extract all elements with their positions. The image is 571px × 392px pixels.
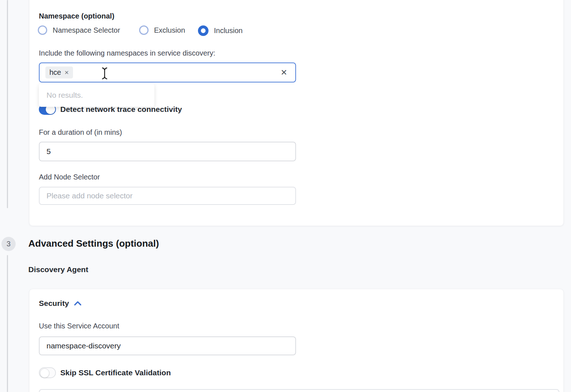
step-number: 3 <box>7 240 11 248</box>
partial-bottom-field[interactable] <box>39 389 559 392</box>
radio-label: Exclusion <box>154 26 185 35</box>
security-header-label: Security <box>39 299 69 308</box>
radio-label: Namespace Selector <box>53 26 120 35</box>
skip-ssl-label: Skip SSL Certificate Validation <box>60 368 171 377</box>
service-account-label: Use this Service Account <box>39 322 119 330</box>
include-namespaces-label: Include the following namespaces in serv… <box>39 49 215 57</box>
chevron-up-icon[interactable] <box>73 300 82 306</box>
radio-inclusion[interactable]: Inclusion <box>198 25 243 36</box>
chip-remove-icon[interactable]: ✕ <box>64 69 69 76</box>
duration-label: For a duration of (in mins) <box>39 128 122 137</box>
radio-circle-icon <box>139 25 149 35</box>
text-cursor-icon <box>101 67 108 80</box>
radio-label: Inclusion <box>214 27 243 35</box>
radio-circle-icon <box>38 25 47 35</box>
duration-input[interactable] <box>39 142 296 161</box>
radio-selected-icon <box>198 25 208 36</box>
radio-namespace-selector[interactable]: Namespace Selector <box>38 25 120 35</box>
stepper-connector-line <box>7 255 8 392</box>
toggle-knob <box>40 368 49 378</box>
namespace-dropdown: No results. <box>39 84 154 107</box>
security-section-header[interactable]: Security <box>39 299 82 308</box>
stepper-connector-line <box>7 0 8 208</box>
clear-selection-icon[interactable]: ✕ <box>281 69 287 77</box>
namespace-chip[interactable]: hce ✕ <box>45 66 73 78</box>
advanced-settings-heading: Advanced Settings (optional) <box>28 238 159 249</box>
no-results-message: No results. <box>46 91 83 100</box>
skip-ssl-toggle[interactable] <box>39 367 56 378</box>
discovery-agent-label: Discovery Agent <box>28 265 88 274</box>
node-selector-input[interactable] <box>39 187 296 205</box>
step-number-badge: 3 <box>1 237 16 251</box>
chip-text: hce <box>49 68 61 77</box>
node-selector-label: Add Node Selector <box>39 173 100 181</box>
radio-exclusion[interactable]: Exclusion <box>139 25 185 35</box>
service-account-input[interactable] <box>39 336 296 355</box>
namespace-multiselect-input[interactable]: hce ✕ ✕ <box>39 62 296 82</box>
namespace-optional-label: Namespace (optional) <box>39 12 114 20</box>
